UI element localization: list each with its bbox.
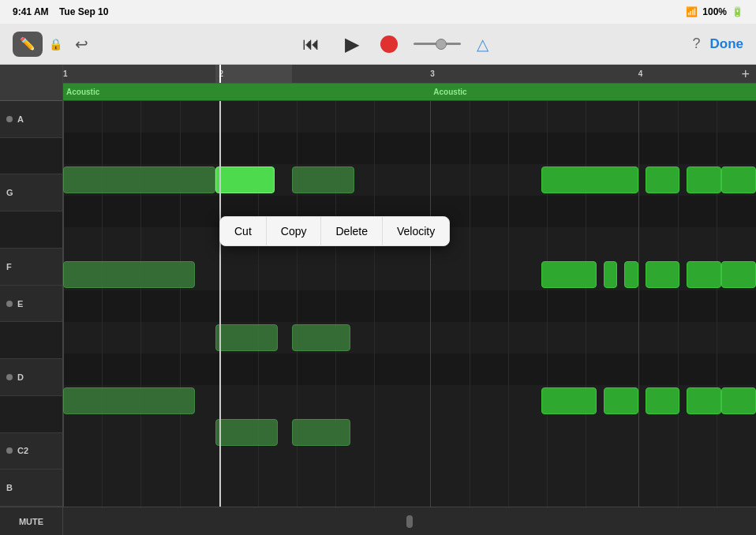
- battery-icon: 🔋: [732, 6, 743, 17]
- note-block-8[interactable]: [541, 261, 597, 288]
- toolbar-center: ⏮ ▶ △: [298, 32, 488, 57]
- context-menu: CutCopyDeleteVelocity: [219, 216, 450, 246]
- play-button[interactable]: ▶: [339, 32, 365, 57]
- context-menu-item-delete[interactable]: Delete: [321, 217, 382, 245]
- piano-key-E[interactable]: E: [0, 286, 62, 323]
- region-bar-1[interactable]: Acoustic: [430, 84, 756, 100]
- key-label: C2: [17, 446, 28, 455]
- volume-thumb: [436, 39, 447, 50]
- note-block-4[interactable]: [646, 166, 680, 193]
- region-header: AcousticAcoustic: [63, 84, 756, 101]
- key-label: G: [6, 188, 13, 197]
- note-block-12[interactable]: [687, 261, 721, 288]
- piano-key-B[interactable]: B: [0, 470, 62, 507]
- beat-vline-9: [547, 101, 548, 507]
- piano-sidebar: AGFEDC2B: [0, 65, 63, 507]
- beat-vline-8: [508, 101, 509, 507]
- pencil-button[interactable]: ✏️: [13, 32, 43, 57]
- key-dot: [6, 447, 13, 454]
- beat-vline-2: [180, 101, 181, 507]
- undo-button[interactable]: ↩: [69, 32, 95, 57]
- note-block-0[interactable]: [63, 166, 215, 193]
- grid-vline-2: [430, 101, 431, 507]
- timeline-playhead: [219, 65, 221, 83]
- add-button[interactable]: +: [741, 65, 750, 82]
- key-dot: [6, 374, 13, 380]
- date: Tue Sep 10: [59, 6, 108, 17]
- note-block-6[interactable]: [721, 166, 756, 193]
- skip-back-button[interactable]: ⏮: [298, 32, 324, 57]
- note-block-15[interactable]: [292, 324, 351, 351]
- note-block-13[interactable]: [721, 261, 756, 288]
- record-button[interactable]: [380, 36, 398, 53]
- note-block-10[interactable]: [624, 261, 638, 288]
- piano-key-black-1[interactable]: [0, 138, 62, 175]
- piano-key-black-8[interactable]: [0, 396, 62, 433]
- key-dot: [6, 301, 13, 307]
- context-menu-item-copy[interactable]: Copy: [267, 217, 322, 245]
- beat-vline-1: [140, 101, 141, 507]
- context-menu-item-velocity[interactable]: Velocity: [383, 217, 449, 245]
- piano-key-C2[interactable]: C2: [0, 433, 62, 470]
- beat-vline-6: [374, 101, 375, 507]
- note-block-22[interactable]: [215, 419, 278, 446]
- beat-vline-10: [586, 101, 586, 507]
- key-label: B: [6, 483, 13, 492]
- key-label: E: [17, 299, 23, 309]
- note-block-11[interactable]: [646, 261, 680, 288]
- piano-key-D[interactable]: D: [0, 359, 62, 396]
- key-dot: [6, 116, 13, 122]
- beat-vline-0: [102, 101, 103, 507]
- piano-key-black-3[interactable]: [0, 211, 62, 249]
- mute-label[interactable]: MUTE: [0, 507, 63, 535]
- beat-vline-11: [678, 101, 679, 507]
- row-bg-7: [63, 322, 756, 354]
- help-icon: ?: [692, 36, 700, 51]
- pencil-icon: ✏️: [20, 36, 36, 51]
- done-button[interactable]: Done: [709, 36, 743, 52]
- piano-key-black-6[interactable]: [0, 322, 62, 359]
- metronome-button[interactable]: △: [477, 35, 488, 54]
- piano-key-G[interactable]: G: [0, 174, 62, 211]
- volume-slider[interactable]: [414, 43, 461, 45]
- bottom-scrollbar[interactable]: [63, 507, 756, 535]
- note-block-1[interactable]: [215, 166, 275, 193]
- row-bg-8: [63, 354, 756, 385]
- region-bar-0[interactable]: Acoustic: [63, 84, 430, 100]
- note-block-19[interactable]: [646, 387, 680, 414]
- battery-label: 100%: [702, 6, 727, 17]
- beat-vline-7: [470, 101, 470, 507]
- time: 9:41 AM: [13, 6, 49, 17]
- scrollbar-thumb: [406, 515, 413, 528]
- timeline-marker-4: 4: [638, 69, 643, 78]
- grid-vline-3: [638, 101, 639, 507]
- note-block-7[interactable]: [63, 261, 195, 288]
- note-block-21[interactable]: [721, 387, 756, 414]
- skip-back-icon: ⏮: [302, 34, 320, 54]
- row-bg-10: [63, 417, 756, 448]
- note-block-14[interactable]: [215, 324, 278, 351]
- playhead: [219, 101, 221, 507]
- help-button[interactable]: ?: [692, 36, 700, 52]
- note-block-17[interactable]: [541, 387, 597, 414]
- note-block-5[interactable]: [687, 166, 721, 193]
- wifi-icon: 📶: [686, 6, 698, 17]
- note-block-9[interactable]: [604, 261, 618, 288]
- note-block-3[interactable]: [541, 166, 638, 193]
- note-block-2[interactable]: [292, 166, 354, 193]
- note-block-23[interactable]: [292, 419, 351, 446]
- status-right: 📶 100% 🔋: [686, 6, 743, 17]
- timeline-header: + 1234: [63, 65, 756, 84]
- row-bg-0: [63, 101, 756, 133]
- context-menu-item-cut[interactable]: Cut: [220, 217, 267, 245]
- play-icon: ▶: [345, 33, 359, 55]
- piano-key-F[interactable]: F: [0, 249, 62, 286]
- piano-key-A[interactable]: A: [0, 101, 62, 138]
- note-block-18[interactable]: [604, 387, 638, 414]
- note-block-16[interactable]: [63, 387, 195, 414]
- row-bg-6: [63, 290, 756, 322]
- grid-area[interactable]: [63, 101, 756, 507]
- note-block-20[interactable]: [687, 387, 721, 414]
- key-label: A: [17, 114, 24, 124]
- key-label: D: [17, 372, 24, 382]
